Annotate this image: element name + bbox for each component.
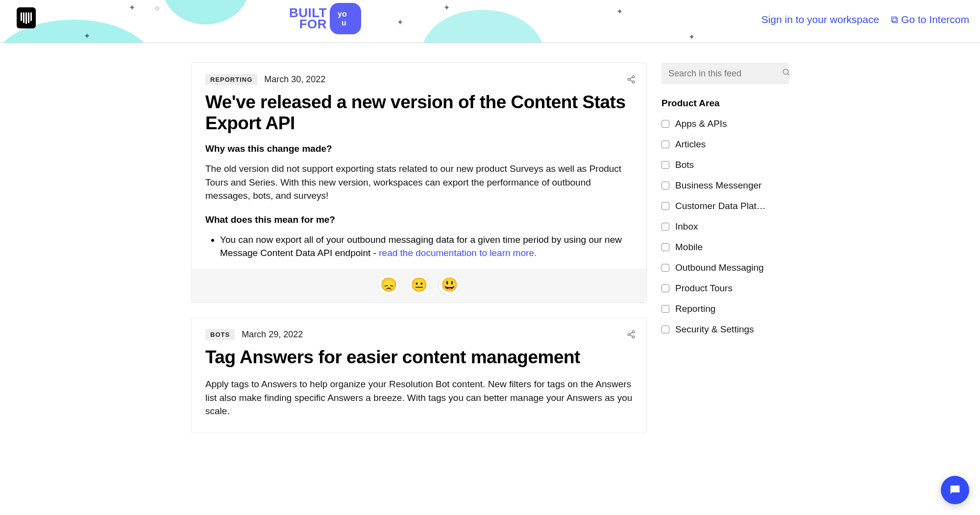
checkbox-icon	[662, 243, 669, 251]
filter-label: Outbound Messaging	[675, 262, 764, 273]
checkbox-icon	[662, 305, 669, 313]
svg-point-12	[783, 69, 788, 74]
checkbox-icon	[662, 182, 669, 189]
checkbox-icon	[662, 161, 669, 169]
header-links: Sign in to your workspace ⧉Go to Interco…	[761, 14, 969, 25]
search-box[interactable]	[662, 63, 789, 84]
filter-customer-data-platform[interactable]: Customer Data Platfo...	[662, 201, 789, 211]
svg-point-3	[628, 78, 630, 81]
you-badge: you	[330, 3, 361, 34]
goto-intercom-label: Go to Intercom	[901, 14, 969, 25]
sparkle-icon: ○	[155, 4, 160, 13]
filter-label: Inbox	[675, 221, 698, 232]
post-card: REPORTING March 30, 2022 We've released …	[191, 63, 647, 303]
post-paragraph: The old version did not support exportin…	[205, 162, 633, 203]
checkbox-icon	[662, 223, 669, 231]
post-card: BOTS March 29, 2022 Tag Answers for easi…	[191, 318, 647, 433]
svg-line-13	[787, 73, 789, 75]
filter-label: Product Tours	[675, 283, 733, 294]
reactions-bar: 😞 😐 😃	[192, 269, 646, 303]
for-text: FOR	[289, 19, 327, 30]
built-for-you-badge: BUILT FOR you	[289, 3, 361, 34]
filter-inbox[interactable]: Inbox	[662, 221, 789, 232]
intercom-logo[interactable]	[17, 7, 36, 28]
search-icon	[782, 68, 791, 79]
topbar: ✦ ✦ ○ ✦ ✦ ✦ ✦ BUILT FOR you Sign in to y…	[0, 0, 980, 43]
filter-security-settings[interactable]: Security & Settings	[662, 324, 789, 335]
post-date: March 29, 2022	[242, 329, 303, 340]
filter-outbound-messaging[interactable]: Outbound Messaging	[662, 262, 789, 273]
filter-label: Customer Data Platfo...	[675, 201, 768, 211]
filter-apps-apis[interactable]: Apps & APIs	[662, 118, 789, 129]
filter-list: Apps & APIs Articles Bots Business Messe…	[662, 118, 789, 335]
svg-line-11	[630, 335, 632, 336]
sparkle-icon: ✦	[688, 32, 695, 42]
sparkle-icon: ✦	[616, 7, 623, 16]
checkbox-icon	[662, 120, 669, 128]
filter-label: Business Messenger	[675, 180, 761, 191]
filter-label: Reporting	[675, 304, 715, 314]
signin-link[interactable]: Sign in to your workspace	[761, 14, 879, 25]
post-subheading: What does this mean for me?	[205, 214, 633, 225]
feed: REPORTING March 30, 2022 We've released …	[191, 63, 647, 448]
filter-articles[interactable]: Articles	[662, 139, 789, 150]
post-list-item: You can now export all of your outbound …	[220, 233, 633, 260]
search-input[interactable]	[668, 69, 782, 79]
share-icon[interactable]	[627, 75, 636, 86]
svg-point-8	[628, 333, 630, 336]
post-subheading: Why was this change made?	[205, 143, 633, 154]
share-icon[interactable]	[627, 330, 636, 341]
reaction-sad[interactable]: 😞	[378, 274, 399, 296]
post-tag[interactable]: BOTS	[205, 329, 235, 340]
sparkle-icon: ✦	[129, 3, 135, 12]
svg-text:yo: yo	[338, 10, 347, 18]
post-paragraph: Apply tags to Answers to help organize y…	[205, 377, 633, 418]
checkbox-icon	[662, 284, 669, 292]
checkbox-icon	[662, 140, 669, 148]
filter-mobile[interactable]: Mobile	[662, 242, 789, 253]
svg-text:u: u	[342, 19, 346, 27]
sparkle-icon: ✦	[84, 31, 90, 41]
post-date: March 30, 2022	[264, 74, 325, 85]
post-title[interactable]: We've released a new version of the Cont…	[205, 92, 633, 134]
reaction-neutral[interactable]: 😐	[408, 274, 430, 296]
svg-point-9	[632, 336, 635, 338]
filter-label: Mobile	[675, 242, 703, 253]
filter-label: Articles	[675, 139, 706, 150]
svg-line-6	[630, 80, 632, 81]
external-link-icon: ⧉	[891, 14, 898, 25]
filter-label: Security & Settings	[675, 324, 754, 335]
checkbox-icon	[662, 202, 669, 210]
decorative-blob	[421, 10, 544, 43]
filter-label: Apps & APIs	[675, 118, 727, 129]
goto-intercom-link[interactable]: ⧉Go to Intercom	[891, 14, 969, 25]
sparkle-icon: ✦	[397, 18, 403, 27]
sidebar: Product Area Apps & APIs Articles Bots B…	[662, 63, 789, 448]
decorative-blob	[162, 0, 250, 24]
post-title[interactable]: Tag Answers for easier content managemen…	[205, 347, 633, 368]
svg-line-5	[630, 77, 632, 79]
filter-bots[interactable]: Bots	[662, 160, 789, 170]
svg-line-10	[630, 332, 632, 334]
svg-point-4	[632, 81, 635, 83]
reaction-happy[interactable]: 😃	[439, 274, 460, 296]
svg-point-7	[632, 330, 635, 333]
svg-point-2	[632, 76, 635, 78]
checkbox-icon	[662, 326, 669, 333]
post-tag[interactable]: REPORTING	[205, 74, 257, 85]
sparkle-icon: ✦	[443, 3, 450, 12]
filter-product-tours[interactable]: Product Tours	[662, 283, 789, 294]
checkbox-icon	[662, 264, 669, 272]
read-docs-link[interactable]: read the documentation to learn more.	[379, 248, 537, 258]
filter-label: Bots	[675, 160, 694, 170]
filter-business-messenger[interactable]: Business Messenger	[662, 180, 789, 191]
filter-reporting[interactable]: Reporting	[662, 304, 789, 314]
filter-heading: Product Area	[662, 98, 789, 109]
